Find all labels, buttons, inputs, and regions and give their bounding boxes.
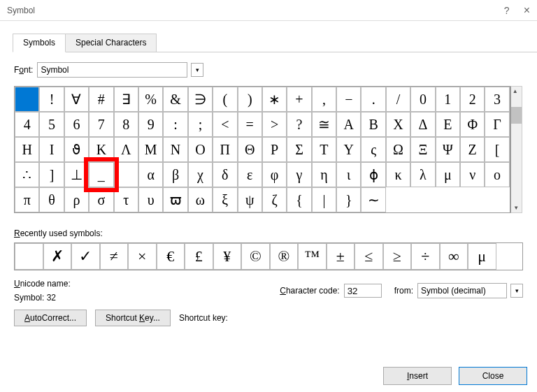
recent-symbol-cell[interactable]: ¥ — [213, 243, 242, 270]
symbol-cell[interactable]: δ — [213, 162, 237, 187]
symbol-cell[interactable]: Μ — [138, 137, 163, 162]
symbol-cell[interactable]: κ — [386, 162, 410, 187]
symbol-cell[interactable]: Ψ — [436, 137, 460, 162]
close-icon[interactable]: × — [524, 4, 530, 17]
symbol-cell[interactable]: _ — [89, 162, 113, 187]
symbol-cell[interactable]: / — [386, 87, 410, 112]
shortcut-key-button[interactable]: Shortcut Key... — [95, 310, 171, 326]
symbol-cell[interactable]: ω — [188, 187, 213, 212]
symbol-cell[interactable]: υ — [138, 187, 163, 212]
symbol-cell[interactable]: Φ — [460, 112, 485, 137]
character-code-input[interactable] — [344, 284, 382, 298]
symbol-cell[interactable]: χ — [188, 162, 213, 187]
symbol-cell[interactable]: Ν — [163, 137, 187, 162]
symbol-cell[interactable]: Π — [213, 137, 237, 162]
symbol-cell[interactable]: & — [163, 87, 187, 112]
symbol-cell[interactable]: Χ — [386, 112, 410, 137]
symbol-cell[interactable]: α — [138, 162, 163, 187]
symbol-cell[interactable]: Ξ — [410, 137, 435, 162]
symbol-cell[interactable]: ς — [361, 137, 385, 162]
symbol-cell[interactable]: < — [213, 112, 237, 137]
symbol-cell[interactable]: 3 — [485, 87, 509, 112]
symbol-cell[interactable]: ∋ — [188, 87, 213, 112]
symbol-cell[interactable]: ∃ — [114, 87, 138, 112]
symbol-cell[interactable]: ψ — [238, 187, 262, 212]
symbol-cell[interactable]: = — [238, 112, 262, 137]
tab-symbols[interactable]: Symbols — [13, 34, 66, 52]
symbol-cell[interactable]: Υ — [336, 137, 361, 162]
recent-symbol-cell[interactable]: ± — [327, 243, 355, 270]
symbol-cell[interactable]: + — [287, 87, 311, 112]
symbol-cell[interactable]: ο — [485, 162, 509, 187]
symbol-cell[interactable]: % — [138, 87, 163, 112]
tab-special-characters[interactable]: Special Characters — [65, 34, 157, 52]
close-button[interactable]: Close — [459, 367, 527, 385]
symbol-cell[interactable]: ; — [188, 112, 213, 137]
symbol-cell[interactable]: ε — [238, 162, 262, 187]
symbol-cell[interactable]: Γ — [485, 112, 509, 137]
symbol-cell[interactable]: φ — [262, 162, 287, 187]
symbol-cell[interactable]: ι — [336, 162, 361, 187]
scrollbar[interactable]: ▲ ▼ — [510, 86, 522, 213]
symbol-cell[interactable]: ϕ — [361, 162, 385, 187]
recent-symbol-cell[interactable]: © — [241, 243, 270, 270]
symbol-cell[interactable]: Θ — [238, 137, 262, 162]
insert-button[interactable]: Insert — [383, 367, 452, 385]
symbol-cell[interactable]: τ — [114, 187, 138, 212]
symbol-cell[interactable]: 1 — [436, 87, 460, 112]
symbol-cell[interactable]: ξ — [213, 187, 237, 212]
symbol-cell[interactable]: ρ — [64, 187, 89, 212]
help-icon[interactable]: ? — [504, 5, 510, 16]
symbol-cell[interactable]: ν — [460, 162, 485, 187]
symbol-cell[interactable]: ≅ — [312, 112, 336, 137]
symbol-cell[interactable]: η — [312, 162, 336, 187]
symbol-cell[interactable]: 0 — [410, 87, 435, 112]
recent-symbol-cell[interactable] — [15, 243, 43, 270]
symbol-cell[interactable]: π — [15, 187, 39, 212]
symbol-cell[interactable]: 6 — [64, 112, 89, 137]
symbol-cell[interactable] — [114, 162, 138, 187]
symbol-cell[interactable]: 8 — [114, 112, 138, 137]
recent-symbol-cell[interactable]: ✗ — [43, 243, 72, 270]
recent-symbol-cell[interactable]: ≠ — [100, 243, 129, 270]
symbol-cell[interactable]: ( — [213, 87, 237, 112]
recent-symbol-cell[interactable]: × — [128, 243, 157, 270]
symbol-cell[interactable] — [15, 87, 39, 112]
symbol-cell[interactable]: Η — [15, 137, 39, 162]
symbol-cell[interactable]: 5 — [39, 112, 64, 137]
symbol-cell[interactable]: Α — [336, 112, 361, 137]
symbol-cell[interactable]: γ — [287, 162, 311, 187]
symbol-cell[interactable]: μ — [436, 162, 460, 187]
from-combobox[interactable]: Symbol (decimal) — [417, 283, 507, 298]
symbol-cell[interactable]: ∀ — [64, 87, 89, 112]
recent-symbol-cell[interactable]: ≤ — [355, 243, 383, 270]
chevron-down-icon[interactable]: ▾ — [191, 63, 203, 77]
symbol-cell[interactable]: Κ — [89, 137, 113, 162]
chevron-down-icon[interactable]: ▾ — [510, 284, 523, 298]
scroll-up-icon[interactable]: ▲ — [511, 87, 522, 96]
symbol-cell[interactable]: } — [336, 187, 361, 212]
symbol-cell[interactable]: 7 — [89, 112, 113, 137]
symbol-cell[interactable]: { — [287, 187, 311, 212]
symbol-cell[interactable]: Ο — [188, 137, 213, 162]
symbol-cell[interactable]: : — [163, 112, 187, 137]
autocorrect-button[interactable]: AutoCorrect... — [14, 310, 87, 326]
symbol-cell[interactable]: ? — [287, 112, 311, 137]
symbol-cell[interactable]: Ω — [386, 137, 410, 162]
symbol-cell[interactable]: 2 — [460, 87, 485, 112]
symbol-cell[interactable]: ∴ — [15, 162, 39, 187]
symbol-cell[interactable]: λ — [410, 162, 435, 187]
recent-symbol-cell[interactable]: ∞ — [440, 243, 468, 270]
symbol-cell[interactable]: # — [89, 87, 113, 112]
recent-symbol-cell[interactable]: ÷ — [411, 243, 440, 270]
symbol-cell[interactable]: ϖ — [163, 187, 187, 212]
symbol-cell[interactable]: Ζ — [460, 137, 485, 162]
symbol-cell[interactable]: ) — [238, 87, 262, 112]
symbol-cell[interactable]: | — [312, 187, 336, 212]
symbol-cell[interactable]: ϑ — [64, 137, 89, 162]
symbol-cell[interactable]: ζ — [262, 187, 287, 212]
font-combobox[interactable]: Symbol — [37, 62, 187, 78]
symbol-cell[interactable]: 9 — [138, 112, 163, 137]
recent-symbol-cell[interactable]: ✓ — [71, 243, 100, 270]
symbol-cell[interactable]: . — [361, 87, 385, 112]
